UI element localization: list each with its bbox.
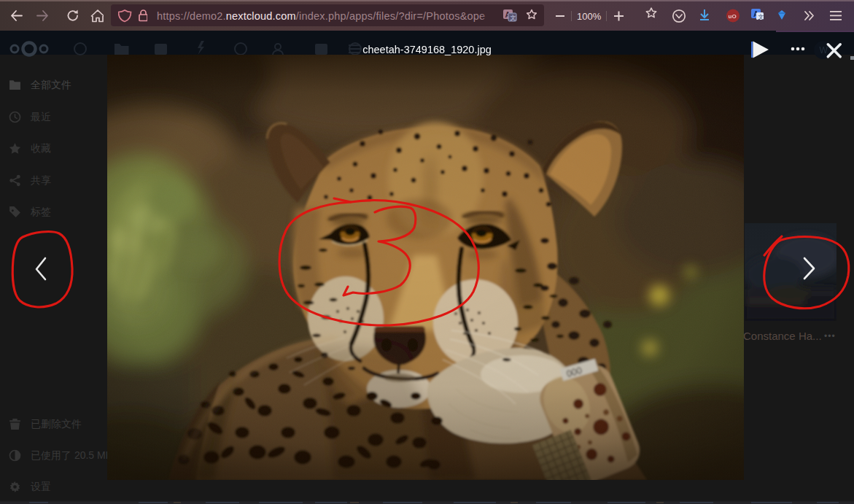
svg-text:uO: uO xyxy=(729,13,737,20)
svg-text:W: W xyxy=(820,45,828,55)
svg-text:文: 文 xyxy=(758,14,764,20)
svg-text:文: 文 xyxy=(511,15,516,21)
svg-text:100%: 100% xyxy=(577,11,602,22)
